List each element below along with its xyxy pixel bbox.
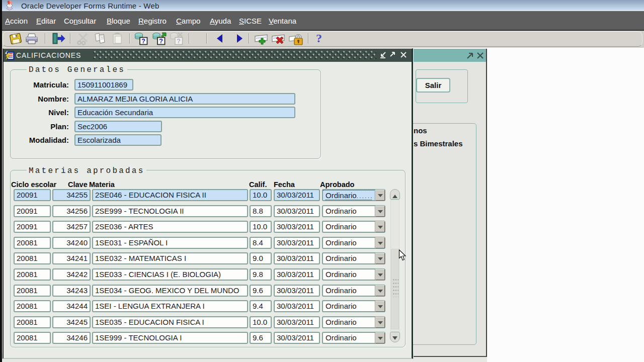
svg-text:?: ? bbox=[177, 37, 181, 45]
svg-text:?: ? bbox=[141, 37, 145, 45]
svg-text:?: ? bbox=[159, 37, 163, 45]
svg-text:?: ? bbox=[316, 32, 322, 45]
